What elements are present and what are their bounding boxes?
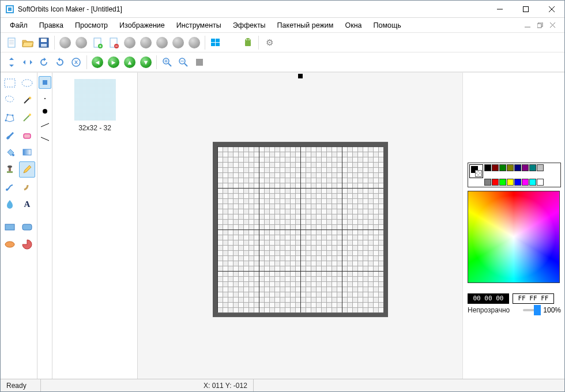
tool-fill[interactable] [2,144,18,160]
color-picker[interactable] [468,191,560,283]
svg-rect-2 [8,7,12,11]
tool-rounded-rect[interactable] [19,219,35,235]
mdi-minimize-icon[interactable] [523,21,532,30]
opacity-slider[interactable] [523,309,541,311]
tool-pie[interactable] [19,236,35,252]
slider-thumb[interactable] [534,305,541,315]
svg-point-63 [43,109,47,114]
windows-icon[interactable] [208,35,223,50]
tool-text[interactable]: A [19,196,35,212]
nav-left-button[interactable]: ◄ [90,55,105,70]
nav-down-button[interactable]: ▼ [138,55,153,70]
menu-image[interactable]: Изображение [114,19,171,32]
page-thumbnail[interactable]: 32x32 - 32 [56,76,134,135]
disabled-button-1[interactable] [58,35,73,50]
tool-ellipse[interactable] [2,236,18,252]
swatch[interactable] [507,164,514,171]
android-icon[interactable] [240,35,255,50]
save-file-button[interactable] [36,35,51,50]
menu-effects[interactable]: Эффекты [227,19,272,32]
zoom-in-button[interactable] [160,55,175,70]
tool-pencil[interactable] [19,161,35,178]
tool-polygon-select[interactable] [2,110,18,126]
remove-image-button[interactable] [106,35,121,50]
rotate-left-button[interactable] [36,55,51,70]
tool-blur[interactable] [2,196,18,212]
svg-point-50 [29,114,31,116]
svg-rect-29 [216,43,220,46]
tool-ellipse-select[interactable] [19,75,35,91]
swatch[interactable] [492,164,499,171]
disabled-button-6[interactable] [171,35,186,50]
swatch[interactable] [507,179,514,186]
open-file-button[interactable] [20,35,35,50]
rotate-right-button[interactable] [52,55,67,70]
swatch[interactable] [514,164,521,171]
add-image-button[interactable] [90,35,105,50]
flip-vertical-button[interactable] [4,55,19,70]
settings-button[interactable]: ⚙ [262,35,277,50]
maximize-button[interactable] [513,1,538,18]
swatch[interactable] [522,164,529,171]
menu-view[interactable]: Просмотр [69,19,114,32]
disabled-button-5[interactable] [155,35,170,50]
menu-help[interactable]: Помощь [368,19,407,32]
menu-edit[interactable]: Правка [33,19,69,32]
tool-gradient[interactable] [19,144,35,160]
disabled-button-3[interactable] [122,35,137,50]
tool-magic-wand[interactable] [19,92,35,108]
nav-up-button[interactable]: ▲ [122,55,137,70]
bg-hex[interactable]: FF FF FF [513,293,554,304]
mdi-restore-icon[interactable] [536,21,545,30]
swatch[interactable] [537,164,544,171]
flip-horizontal-button[interactable] [20,55,35,70]
tool-airbrush[interactable] [2,179,18,195]
apple-icon[interactable] [224,35,239,50]
disabled-button-4[interactable] [138,35,153,50]
tool-rect-select[interactable] [2,75,18,91]
swatch[interactable] [529,179,536,186]
new-file-button[interactable] [4,35,19,50]
swatch[interactable] [529,164,536,171]
svg-point-56 [7,165,12,168]
swatch[interactable] [537,179,544,186]
tool-rectangle[interactable] [2,219,18,235]
tool-brush[interactable] [2,127,18,143]
menu-batch[interactable]: Пакетный режим [272,19,340,32]
menu-file[interactable]: Файл [4,19,33,32]
svg-rect-58 [5,224,14,230]
nav-right-button[interactable]: ► [106,55,121,70]
swatch[interactable] [522,179,529,186]
menu-tools[interactable]: Инструменты [171,19,227,32]
swatch[interactable] [484,164,491,171]
fg-bg-selector[interactable] [469,164,483,178]
menubar: Файл Правка Просмотр Изображение Инструм… [1,18,564,33]
minimize-button[interactable] [487,1,513,18]
swatch[interactable] [484,179,491,186]
disabled-button-2[interactable] [74,35,89,50]
tool-lasso[interactable] [2,92,18,108]
swatch[interactable] [514,179,521,186]
tool-wand-2[interactable] [19,110,35,126]
canvas[interactable] [213,142,388,317]
actual-size-button[interactable] [192,55,207,70]
background-swatch [475,170,482,177]
menu-windows[interactable]: Окна [339,19,367,32]
mdi-close-icon[interactable] [548,21,558,30]
close-button[interactable] [538,1,564,18]
canvas-area[interactable] [138,73,463,379]
pixel-grid[interactable] [217,146,383,312]
zoom-out-button[interactable] [176,55,191,70]
swatch[interactable] [499,179,506,186]
center-button[interactable]: X [69,55,84,70]
ruler-marker [298,74,303,78]
app-icon [5,5,14,14]
swatch[interactable] [499,164,506,171]
tool-stamp[interactable] [2,161,18,178]
fg-hex[interactable]: 00 00 00 [468,293,509,304]
swatch[interactable] [492,179,499,186]
tool-eraser[interactable] [19,127,35,143]
disabled-button-7[interactable] [187,35,202,50]
tool-smudge[interactable] [19,179,35,195]
brush-shape-square[interactable] [39,76,51,89]
